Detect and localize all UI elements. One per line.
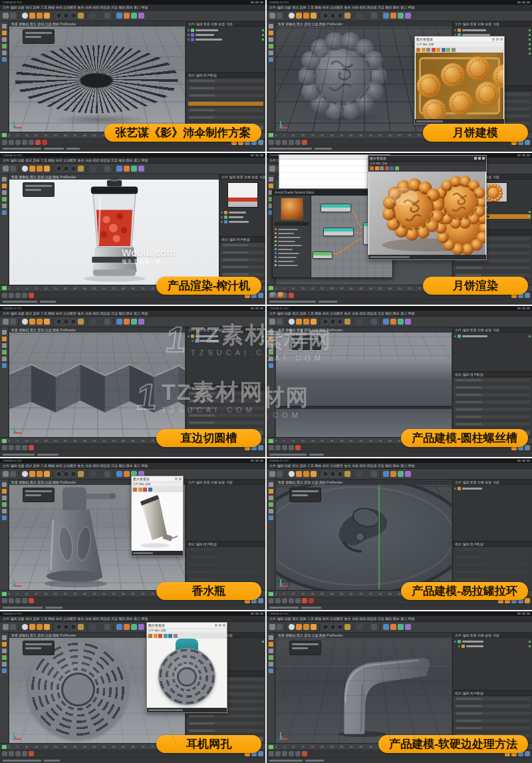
attribute-manager-menu[interactable]: 模式 编辑 用户数据 <box>186 73 265 78</box>
add-generator-icon[interactable] <box>398 471 404 477</box>
main-menubar[interactable]: 文件 编辑 创建 模式 选择 工具 网格 体积 运动图形 角色 动画 模拟 跟踪… <box>267 616 532 622</box>
pv-tool-icon[interactable] <box>442 48 446 52</box>
record-icon[interactable] <box>29 445 34 450</box>
axis-x-toggle[interactable] <box>56 471 62 477</box>
object-row[interactable] <box>221 215 264 220</box>
playhead[interactable] <box>2 133 7 137</box>
redo-icon[interactable] <box>10 471 16 477</box>
render-to-pv-icon[interactable] <box>364 13 370 19</box>
coord-system-icon[interactable] <box>78 13 84 19</box>
object-row[interactable] <box>188 28 264 33</box>
redo-icon[interactable] <box>277 319 283 325</box>
window-controls[interactable] <box>215 624 225 627</box>
pv-tool-icon[interactable] <box>370 166 374 170</box>
axis-y-toggle[interactable] <box>63 13 69 19</box>
add-deformer-icon[interactable] <box>405 319 411 325</box>
shader-node[interactable] <box>323 228 354 236</box>
goto-start-icon[interactable] <box>269 751 274 756</box>
pv-tool-icon[interactable] <box>133 488 137 492</box>
tool-options-hud[interactable] <box>289 335 321 350</box>
add-cube-icon[interactable] <box>383 13 389 19</box>
window-controls[interactable] <box>517 307 530 309</box>
window-controls[interactable] <box>251 460 263 462</box>
add-cube-icon[interactable] <box>116 319 122 325</box>
undo-icon[interactable] <box>269 166 275 172</box>
shader-node[interactable] <box>313 251 332 259</box>
redo-icon[interactable] <box>277 624 283 630</box>
render-view-icon[interactable] <box>356 471 362 477</box>
add-deformer-icon[interactable] <box>138 319 144 325</box>
maximize-icon[interactable] <box>255 154 259 156</box>
pv-tool-icon[interactable] <box>416 48 420 52</box>
minimize-icon[interactable] <box>251 460 254 462</box>
maximize-icon[interactable] <box>255 460 259 462</box>
axis-x-toggle[interactable] <box>323 471 329 477</box>
axis-y-toggle[interactable] <box>330 13 336 19</box>
axis-z-toggle[interactable] <box>337 624 343 630</box>
material-thumbnail[interactable] <box>278 292 284 298</box>
viewport-menubar[interactable]: 查看 摄像机 显示 选项 过滤 面板 ProRender <box>9 327 185 333</box>
viewport-menubar[interactable]: 查看 摄像机 显示 选项 过滤 面板 ProRender <box>276 21 452 27</box>
window-controls[interactable] <box>474 157 485 160</box>
mode-toolbar[interactable] <box>267 21 275 132</box>
scale-tool-icon[interactable] <box>37 13 43 19</box>
play-icon[interactable] <box>15 293 21 298</box>
viewport-menubar[interactable]: 查看 摄像机 显示 选项 过滤 面板 ProRender <box>276 327 452 333</box>
tool-options-hud[interactable] <box>289 641 321 655</box>
axis-y-toggle[interactable] <box>63 166 69 172</box>
attribute-manager-menu[interactable]: 模式 编辑 用户数据 <box>219 237 265 242</box>
add-generator-icon[interactable] <box>131 624 137 630</box>
viewport-menubar[interactable]: 查看 摄像机 显示 选项 过滤 面板 ProRender <box>9 174 219 180</box>
add-spline-icon[interactable] <box>124 166 130 172</box>
render-to-pv-icon[interactable] <box>97 319 103 325</box>
object-manager-menu[interactable]: 文件 编辑 查看 对象 标签 书签 <box>186 21 265 27</box>
add-spline-icon[interactable] <box>124 319 130 325</box>
pv-tool-icon[interactable] <box>380 166 384 170</box>
redo-icon[interactable] <box>10 166 16 172</box>
undo-icon[interactable] <box>3 13 9 19</box>
pv-tool-icon[interactable] <box>385 166 389 170</box>
goto-start-icon[interactable] <box>269 598 274 603</box>
minimize-icon[interactable] <box>251 154 254 156</box>
record-icon[interactable] <box>289 293 294 298</box>
snap-2-icon[interactable] <box>525 751 530 756</box>
close-icon[interactable] <box>260 460 263 462</box>
viewport[interactable]: 查看 摄像机 显示 选项 过滤 面板 ProRender <box>276 327 452 438</box>
move-tool-icon[interactable] <box>29 13 35 19</box>
undo-icon[interactable] <box>3 319 9 325</box>
add-spline-icon[interactable] <box>390 624 396 630</box>
add-spline-icon[interactable] <box>390 319 396 325</box>
rotate-tool-icon[interactable] <box>44 166 50 172</box>
render-preview-thumbnail[interactable] <box>227 182 258 208</box>
move-tool-icon[interactable] <box>29 624 35 630</box>
maximize-icon[interactable] <box>478 157 481 160</box>
axis-x-toggle[interactable] <box>323 319 329 325</box>
close-icon[interactable] <box>527 613 530 615</box>
coord-system-icon[interactable] <box>344 624 350 630</box>
add-spline-icon[interactable] <box>390 471 396 477</box>
redo-icon[interactable] <box>10 319 16 325</box>
close-icon[interactable] <box>482 157 485 160</box>
move-tool-icon[interactable] <box>296 471 302 477</box>
add-cube-icon[interactable] <box>383 624 389 630</box>
coord-system-icon[interactable] <box>78 624 84 630</box>
main-menubar[interactable]: 文件 编辑 创建 模式 选择 工具 网格 体积 运动图形 角色 动画 模拟 跟踪… <box>267 5 532 11</box>
playhead[interactable] <box>2 592 7 596</box>
record-icon[interactable] <box>302 751 307 756</box>
play-icon[interactable] <box>282 751 287 756</box>
add-cube-icon[interactable] <box>116 471 122 477</box>
axis-x-toggle[interactable] <box>56 319 62 325</box>
close-icon[interactable] <box>179 478 182 480</box>
record-icon[interactable] <box>35 140 41 145</box>
minimize-icon[interactable] <box>175 478 178 480</box>
minimize-icon[interactable] <box>251 307 254 309</box>
node-search-input[interactable] <box>275 222 309 226</box>
undo-icon[interactable] <box>269 319 275 325</box>
pv-tool-icon[interactable] <box>168 634 172 638</box>
pv-tool-icon[interactable] <box>422 48 426 52</box>
mode-toolbar[interactable] <box>0 21 9 132</box>
mode-toolbar[interactable] <box>0 633 9 743</box>
add-deformer-icon[interactable] <box>138 624 144 630</box>
live-selection-icon[interactable] <box>22 319 28 325</box>
scale-tool-icon[interactable] <box>37 624 43 630</box>
